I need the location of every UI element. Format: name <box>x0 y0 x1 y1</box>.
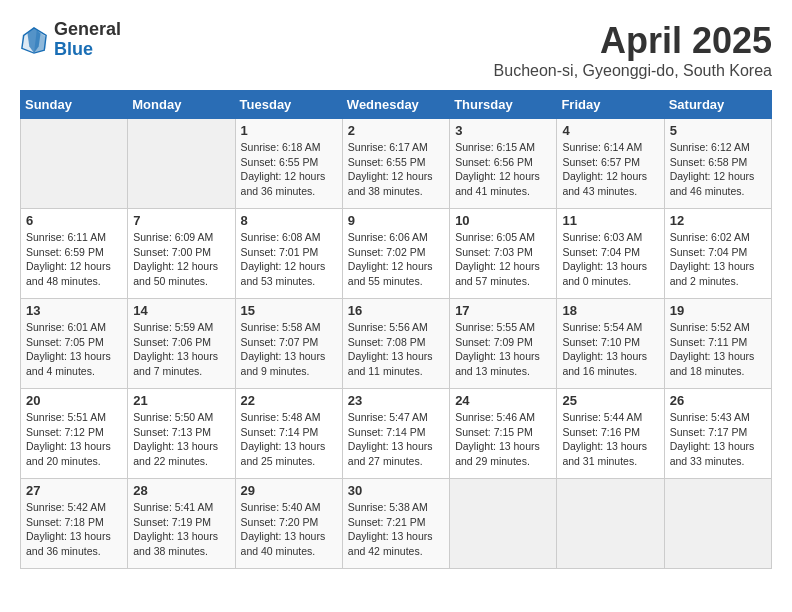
calendar-cell: 22Sunrise: 5:48 AM Sunset: 7:14 PM Dayli… <box>235 389 342 479</box>
day-header-tuesday: Tuesday <box>235 91 342 119</box>
calendar-cell: 7Sunrise: 6:09 AM Sunset: 7:00 PM Daylig… <box>128 209 235 299</box>
cell-info: Sunrise: 6:02 AM Sunset: 7:04 PM Dayligh… <box>670 230 766 289</box>
logo-icon <box>20 26 48 54</box>
cell-info: Sunrise: 6:05 AM Sunset: 7:03 PM Dayligh… <box>455 230 551 289</box>
calendar-table: SundayMondayTuesdayWednesdayThursdayFrid… <box>20 90 772 569</box>
calendar-cell: 17Sunrise: 5:55 AM Sunset: 7:09 PM Dayli… <box>450 299 557 389</box>
cell-date-number: 3 <box>455 123 551 138</box>
calendar-cell: 19Sunrise: 5:52 AM Sunset: 7:11 PM Dayli… <box>664 299 771 389</box>
cell-date-number: 20 <box>26 393 122 408</box>
logo-text: General Blue <box>54 20 121 60</box>
cell-info: Sunrise: 6:11 AM Sunset: 6:59 PM Dayligh… <box>26 230 122 289</box>
calendar-week-5: 27Sunrise: 5:42 AM Sunset: 7:18 PM Dayli… <box>21 479 772 569</box>
cell-info: Sunrise: 6:14 AM Sunset: 6:57 PM Dayligh… <box>562 140 658 199</box>
cell-date-number: 14 <box>133 303 229 318</box>
cell-info: Sunrise: 6:17 AM Sunset: 6:55 PM Dayligh… <box>348 140 444 199</box>
cell-date-number: 17 <box>455 303 551 318</box>
cell-date-number: 23 <box>348 393 444 408</box>
cell-date-number: 13 <box>26 303 122 318</box>
calendar-cell <box>450 479 557 569</box>
calendar-cell: 24Sunrise: 5:46 AM Sunset: 7:15 PM Dayli… <box>450 389 557 479</box>
cell-date-number: 16 <box>348 303 444 318</box>
calendar-cell: 5Sunrise: 6:12 AM Sunset: 6:58 PM Daylig… <box>664 119 771 209</box>
cell-info: Sunrise: 5:55 AM Sunset: 7:09 PM Dayligh… <box>455 320 551 379</box>
cell-date-number: 7 <box>133 213 229 228</box>
day-header-monday: Monday <box>128 91 235 119</box>
calendar-cell: 6Sunrise: 6:11 AM Sunset: 6:59 PM Daylig… <box>21 209 128 299</box>
cell-info: Sunrise: 6:06 AM Sunset: 7:02 PM Dayligh… <box>348 230 444 289</box>
cell-info: Sunrise: 6:09 AM Sunset: 7:00 PM Dayligh… <box>133 230 229 289</box>
cell-info: Sunrise: 5:38 AM Sunset: 7:21 PM Dayligh… <box>348 500 444 559</box>
calendar-cell: 30Sunrise: 5:38 AM Sunset: 7:21 PM Dayli… <box>342 479 449 569</box>
calendar-cell: 2Sunrise: 6:17 AM Sunset: 6:55 PM Daylig… <box>342 119 449 209</box>
cell-date-number: 2 <box>348 123 444 138</box>
cell-date-number: 30 <box>348 483 444 498</box>
cell-date-number: 4 <box>562 123 658 138</box>
cell-info: Sunrise: 5:58 AM Sunset: 7:07 PM Dayligh… <box>241 320 337 379</box>
cell-info: Sunrise: 5:54 AM Sunset: 7:10 PM Dayligh… <box>562 320 658 379</box>
cell-info: Sunrise: 5:44 AM Sunset: 7:16 PM Dayligh… <box>562 410 658 469</box>
calendar-cell: 29Sunrise: 5:40 AM Sunset: 7:20 PM Dayli… <box>235 479 342 569</box>
calendar-body: 1Sunrise: 6:18 AM Sunset: 6:55 PM Daylig… <box>21 119 772 569</box>
calendar-cell <box>557 479 664 569</box>
cell-date-number: 26 <box>670 393 766 408</box>
cell-info: Sunrise: 6:18 AM Sunset: 6:55 PM Dayligh… <box>241 140 337 199</box>
calendar-cell: 28Sunrise: 5:41 AM Sunset: 7:19 PM Dayli… <box>128 479 235 569</box>
cell-date-number: 29 <box>241 483 337 498</box>
cell-info: Sunrise: 6:01 AM Sunset: 7:05 PM Dayligh… <box>26 320 122 379</box>
cell-date-number: 6 <box>26 213 122 228</box>
header: General Blue April 2025 Bucheon-si, Gyeo… <box>20 20 772 80</box>
cell-date-number: 28 <box>133 483 229 498</box>
title-block: April 2025 Bucheon-si, Gyeonggi-do, Sout… <box>494 20 772 80</box>
cell-date-number: 21 <box>133 393 229 408</box>
cell-date-number: 1 <box>241 123 337 138</box>
cell-info: Sunrise: 6:03 AM Sunset: 7:04 PM Dayligh… <box>562 230 658 289</box>
cell-info: Sunrise: 5:51 AM Sunset: 7:12 PM Dayligh… <box>26 410 122 469</box>
calendar-title: April 2025 <box>494 20 772 62</box>
logo: General Blue <box>20 20 121 60</box>
calendar-cell: 4Sunrise: 6:14 AM Sunset: 6:57 PM Daylig… <box>557 119 664 209</box>
cell-info: Sunrise: 5:40 AM Sunset: 7:20 PM Dayligh… <box>241 500 337 559</box>
cell-info: Sunrise: 5:47 AM Sunset: 7:14 PM Dayligh… <box>348 410 444 469</box>
calendar-header-row: SundayMondayTuesdayWednesdayThursdayFrid… <box>21 91 772 119</box>
cell-date-number: 25 <box>562 393 658 408</box>
cell-date-number: 27 <box>26 483 122 498</box>
cell-date-number: 22 <box>241 393 337 408</box>
day-header-friday: Friday <box>557 91 664 119</box>
calendar-cell: 9Sunrise: 6:06 AM Sunset: 7:02 PM Daylig… <box>342 209 449 299</box>
calendar-cell: 20Sunrise: 5:51 AM Sunset: 7:12 PM Dayli… <box>21 389 128 479</box>
cell-info: Sunrise: 5:46 AM Sunset: 7:15 PM Dayligh… <box>455 410 551 469</box>
calendar-week-4: 20Sunrise: 5:51 AM Sunset: 7:12 PM Dayli… <box>21 389 772 479</box>
calendar-cell <box>664 479 771 569</box>
cell-date-number: 9 <box>348 213 444 228</box>
calendar-cell: 3Sunrise: 6:15 AM Sunset: 6:56 PM Daylig… <box>450 119 557 209</box>
cell-info: Sunrise: 6:15 AM Sunset: 6:56 PM Dayligh… <box>455 140 551 199</box>
cell-date-number: 15 <box>241 303 337 318</box>
day-header-wednesday: Wednesday <box>342 91 449 119</box>
cell-info: Sunrise: 6:08 AM Sunset: 7:01 PM Dayligh… <box>241 230 337 289</box>
calendar-cell: 16Sunrise: 5:56 AM Sunset: 7:08 PM Dayli… <box>342 299 449 389</box>
cell-info: Sunrise: 5:50 AM Sunset: 7:13 PM Dayligh… <box>133 410 229 469</box>
day-header-sunday: Sunday <box>21 91 128 119</box>
cell-info: Sunrise: 5:41 AM Sunset: 7:19 PM Dayligh… <box>133 500 229 559</box>
cell-date-number: 10 <box>455 213 551 228</box>
calendar-subtitle: Bucheon-si, Gyeonggi-do, South Korea <box>494 62 772 80</box>
calendar-week-2: 6Sunrise: 6:11 AM Sunset: 6:59 PM Daylig… <box>21 209 772 299</box>
cell-date-number: 8 <box>241 213 337 228</box>
calendar-week-1: 1Sunrise: 6:18 AM Sunset: 6:55 PM Daylig… <box>21 119 772 209</box>
calendar-cell: 14Sunrise: 5:59 AM Sunset: 7:06 PM Dayli… <box>128 299 235 389</box>
cell-info: Sunrise: 5:56 AM Sunset: 7:08 PM Dayligh… <box>348 320 444 379</box>
calendar-cell: 26Sunrise: 5:43 AM Sunset: 7:17 PM Dayli… <box>664 389 771 479</box>
calendar-cell: 23Sunrise: 5:47 AM Sunset: 7:14 PM Dayli… <box>342 389 449 479</box>
calendar-cell <box>21 119 128 209</box>
cell-date-number: 5 <box>670 123 766 138</box>
calendar-cell: 18Sunrise: 5:54 AM Sunset: 7:10 PM Dayli… <box>557 299 664 389</box>
calendar-cell: 27Sunrise: 5:42 AM Sunset: 7:18 PM Dayli… <box>21 479 128 569</box>
cell-info: Sunrise: 5:48 AM Sunset: 7:14 PM Dayligh… <box>241 410 337 469</box>
calendar-cell: 15Sunrise: 5:58 AM Sunset: 7:07 PM Dayli… <box>235 299 342 389</box>
cell-date-number: 11 <box>562 213 658 228</box>
cell-date-number: 12 <box>670 213 766 228</box>
cell-info: Sunrise: 6:12 AM Sunset: 6:58 PM Dayligh… <box>670 140 766 199</box>
cell-info: Sunrise: 5:42 AM Sunset: 7:18 PM Dayligh… <box>26 500 122 559</box>
calendar-cell: 13Sunrise: 6:01 AM Sunset: 7:05 PM Dayli… <box>21 299 128 389</box>
